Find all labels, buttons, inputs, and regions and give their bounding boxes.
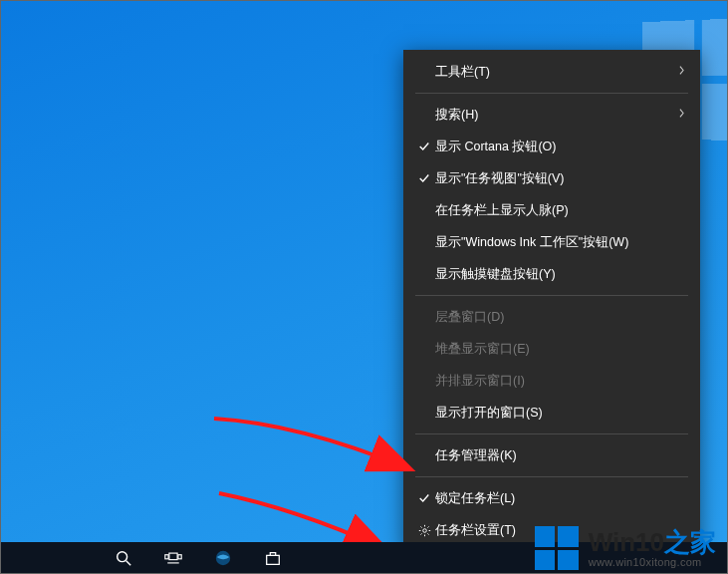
- menu-task-manager[interactable]: 任务管理器(K): [403, 439, 700, 471]
- gear-icon: [413, 524, 435, 537]
- menu-sidebyside-windows[interactable]: 并排显示窗口(I): [403, 365, 700, 397]
- menu-label: 并排显示窗口(I): [435, 373, 686, 390]
- annotation-arrow: [209, 414, 418, 493]
- svg-point-0: [422, 528, 426, 532]
- menu-label: 任务管理器(K): [435, 447, 686, 464]
- menu-label: 显示"任务视图"按钮(V): [435, 170, 686, 187]
- menu-separator: [415, 295, 688, 296]
- menu-search[interactable]: 搜索(H): [403, 99, 700, 131]
- chevron-right-icon: [677, 108, 686, 122]
- menu-separator: [415, 476, 688, 477]
- menu-label: 显示触摸键盘按钮(Y): [435, 266, 686, 283]
- menu-label: 搜索(H): [435, 107, 677, 124]
- taskbar-context-menu: 工具栏(T) 搜索(H) 显示 Cortana 按钮(O) 显示"任务视图"按钮…: [403, 50, 700, 552]
- checkmark-icon: [413, 172, 435, 184]
- watermark: Win10之家 www.win10xitong.com: [535, 526, 716, 570]
- menu-toolbars[interactable]: 工具栏(T): [403, 56, 700, 88]
- menu-show-cortana[interactable]: 显示 Cortana 按钮(O): [403, 131, 700, 162]
- svg-rect-2: [169, 553, 177, 560]
- chevron-right-icon: [677, 65, 686, 79]
- taskbar-store-button[interactable]: [249, 542, 297, 574]
- menu-separator: [415, 93, 688, 94]
- store-icon: [264, 549, 282, 567]
- taskview-icon: [164, 549, 182, 567]
- edge-icon: [214, 549, 232, 567]
- menu-show-open-windows[interactable]: 显示打开的窗口(S): [403, 397, 700, 429]
- menu-separator: [415, 433, 688, 434]
- menu-show-people[interactable]: 在任务栏上显示人脉(P): [403, 194, 700, 226]
- svg-rect-4: [178, 555, 181, 559]
- menu-label: 层叠窗口(D): [435, 309, 686, 326]
- menu-label: 锁定任务栏(L): [435, 490, 686, 507]
- menu-stacked-windows[interactable]: 堆叠显示窗口(E): [403, 333, 700, 365]
- taskbar-search-button[interactable]: [100, 542, 147, 574]
- desktop[interactable]: 工具栏(T) 搜索(H) 显示 Cortana 按钮(O) 显示"任务视图"按钮…: [0, 0, 728, 574]
- watermark-brand: Win10: [589, 527, 664, 557]
- menu-cascade-windows[interactable]: 层叠窗口(D): [403, 301, 700, 333]
- watermark-brand-accent: 之家: [664, 527, 716, 557]
- menu-label: 工具栏(T): [435, 64, 677, 81]
- search-icon: [115, 549, 132, 567]
- menu-show-ink[interactable]: 显示"Windows Ink 工作区"按钮(W): [403, 226, 700, 258]
- menu-show-taskview[interactable]: 显示"任务视图"按钮(V): [403, 162, 700, 194]
- windows-logo-icon: [535, 526, 579, 570]
- checkmark-icon: [413, 141, 435, 152]
- menu-show-touch-keyboard[interactable]: 显示触摸键盘按钮(Y): [403, 258, 700, 290]
- taskbar-taskview-button[interactable]: [149, 542, 197, 574]
- watermark-url: www.win10xitong.com: [589, 556, 716, 568]
- watermark-title: Win10之家: [589, 528, 716, 557]
- menu-label: 显示"Windows Ink 工作区"按钮(W): [435, 234, 686, 251]
- taskbar-edge-button[interactable]: [199, 542, 247, 574]
- menu-lock-taskbar[interactable]: 锁定任务栏(L): [403, 482, 700, 514]
- svg-point-1: [118, 552, 127, 562]
- checkmark-icon: [413, 492, 435, 504]
- menu-label: 显示打开的窗口(S): [435, 405, 686, 422]
- menu-label: 显示 Cortana 按钮(O): [435, 139, 686, 155]
- menu-label: 在任务栏上显示人脉(P): [435, 202, 686, 219]
- menu-label: 堆叠显示窗口(E): [435, 341, 686, 358]
- svg-rect-3: [165, 555, 168, 559]
